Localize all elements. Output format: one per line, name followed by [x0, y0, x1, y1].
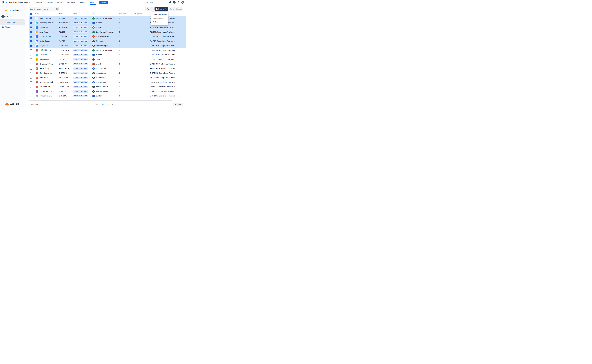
- help-icon[interactable]: ?: [173, 1, 176, 4]
- issue-count: 0: [119, 72, 120, 74]
- table-row[interactable]: ☕ Fiheluohvuc Ltd. BPTVEPW COMPANY MANAG…: [29, 94, 186, 98]
- last-updated: -: [133, 54, 133, 56]
- style-badge: COMPANY MANAGED: [73, 26, 88, 29]
- project-name: Juupobejani Inc.: [39, 17, 52, 19]
- row-checkbox[interactable]: ✓: [30, 26, 32, 28]
- view-button[interactable]: View: [145, 7, 154, 11]
- sort-icon[interactable]: ▲▼: [143, 13, 143, 14]
- settings-icon[interactable]: ⚙: [177, 1, 180, 3]
- nav-item-apps[interactable]: Apps: [89, 0, 97, 5]
- lead-avatar: A: [92, 85, 95, 88]
- project-avatar-icon: ●: [35, 90, 38, 93]
- horizontal-scrollbar[interactable]: [29, 100, 172, 101]
- table-row[interactable]: ✓ ⚑ Agfo Group ASULSF COMPANY MANAGED BW…: [29, 30, 186, 34]
- row-checkbox[interactable]: [30, 95, 32, 97]
- column-header-issue-count[interactable]: Issue Count▲▼: [119, 13, 129, 15]
- table-row[interactable]: ≣ Jebiz & Co. BKZZJHPPK COMPANY MANAGED …: [29, 76, 186, 80]
- row-checkbox[interactable]: [30, 86, 32, 88]
- column-header-name[interactable]: Name▲▼: [35, 13, 40, 15]
- arrow-left-icon: ←: [1, 15, 5, 18]
- project-description: BDPIORCRL: Simple Issue Trackin…: [150, 45, 175, 47]
- row-checkbox[interactable]: ✓: [30, 36, 32, 38]
- row-checkbox[interactable]: ✓: [30, 31, 32, 33]
- menu-item-archive[interactable]: Archive: [151, 20, 168, 24]
- table-row[interactable]: ✓ ☁ Tuthooj Ltd. ASOEGYA COMPANY MANAGED…: [29, 25, 186, 30]
- table-row[interactable]: ▣ Nelgutagaful Corp. BKNPDDT COMPANY MAN…: [29, 62, 186, 66]
- notifications-icon[interactable]: [169, 1, 171, 3]
- lead-avatar: BW: [92, 17, 95, 20]
- bulk-action-button[interactable]: Bulk action: [155, 7, 168, 11]
- fox-icon: [5, 102, 9, 106]
- sidebar-item-active-projects[interactable]: Active Projects: [0, 20, 25, 25]
- global-search-input[interactable]: [146, 1, 167, 4]
- prev-page-icon[interactable]: ←: [96, 103, 98, 105]
- column-header-label: Lead: [92, 13, 95, 15]
- project-search-input[interactable]: [29, 7, 59, 11]
- row-checkbox[interactable]: [30, 49, 32, 51]
- create-button[interactable]: Create: [99, 0, 108, 4]
- table-row[interactable]: ▤ Etamubazjod Ltd. BKSTRXQ COMPANY MANAG…: [29, 71, 186, 76]
- menu-item-permanently-delete[interactable]: Permanently delete: [151, 13, 168, 16]
- row-checkbox[interactable]: [30, 81, 32, 83]
- column-header-style[interactable]: Style: [73, 13, 77, 15]
- table-row[interactable]: ● Zafuczi Inc. BHWSUMRN COMPANY MANAGED …: [29, 53, 186, 57]
- column-header-label: Style: [73, 13, 77, 15]
- nav-item-people[interactable]: People: [79, 0, 89, 5]
- table-row[interactable]: ◉ Uletefojakukig Ltd. BMBNFBSVKZ COMPANY…: [29, 80, 186, 85]
- project-name: Marketing Team v2: [39, 22, 53, 24]
- sort-icon[interactable]: ▲▼: [39, 13, 40, 14]
- row-checkbox[interactable]: [30, 63, 32, 65]
- user-avatar[interactable]: JR: [181, 1, 184, 4]
- row-checkbox[interactable]: [30, 54, 32, 56]
- style-badge: COMPANY MANAGED: [73, 86, 88, 88]
- table-row[interactable]: ✚ Hovzu Group BKPGVHNLB COMPANY MANAGED …: [29, 66, 186, 71]
- row-checkbox[interactable]: ✓: [30, 22, 32, 24]
- chevron-down-icon: [95, 1, 96, 3]
- lead-name: Tom Buhl-Nielsen: [96, 36, 109, 37]
- sort-icon[interactable]: ▲▼: [62, 13, 63, 14]
- nav-item-dashboards[interactable]: Dashboards: [65, 0, 79, 5]
- jira-logo[interactable]: Jira Work Management: [6, 1, 30, 4]
- style-badge: COMPANY MANAGED: [73, 77, 88, 79]
- table-row[interactable]: ✚ Josjanro Corp. BNVSKAYOIL COMPANY MANA…: [29, 85, 186, 89]
- table-row[interactable]: ■ Jinaceara Inc. BIRKIVX COMPANY MANAGED…: [29, 57, 186, 62]
- row-checkbox[interactable]: [30, 72, 32, 74]
- lead-name: omar.darboe: [96, 77, 105, 78]
- row-checkbox[interactable]: [30, 58, 32, 60]
- table-row[interactable]: ✓ ☁ Kihujlufuw Corp. AUTMOVYGS COMPANY M…: [29, 34, 186, 39]
- style-badge: COMPANY MANAGED: [73, 81, 88, 83]
- row-checkbox[interactable]: ✓: [30, 17, 32, 19]
- style-badge: COMPANY MANAGED: [73, 58, 88, 60]
- row-checkbox[interactable]: [30, 91, 32, 92]
- table-row[interactable]: ● Vensazofojku Ltd. BOMKUB COMPANY MANAG…: [29, 89, 186, 94]
- row-checkbox[interactable]: [30, 68, 32, 70]
- export-button[interactable]: Export: [173, 103, 182, 106]
- last-updated: -: [133, 40, 133, 42]
- nav-item-your-work[interactable]: Your work: [33, 0, 45, 5]
- table-row[interactable]: ✓ ☁ Susiok Group AYLFJR COMPANY MANAGED …: [29, 39, 186, 44]
- table-row[interactable]: ✓ ◉ Apoju & Co. BDPIORCRL COMPANY MANAGE…: [29, 44, 186, 48]
- nav-item-label: Dashboards: [66, 1, 76, 3]
- row-checkbox[interactable]: ✓: [30, 40, 32, 42]
- lead-name: eva.lien: [96, 58, 102, 60]
- table-row[interactable]: ◉ Tujifunekbel Ltd. BGJORMYROI COMPANY M…: [29, 48, 186, 53]
- go-back-button[interactable]: ← Go back: [0, 15, 25, 18]
- menu-item-move-to-trash-highlighted[interactable]: Move to trash: [151, 16, 168, 20]
- nav-item-projects[interactable]: Projects: [45, 0, 56, 5]
- project-avatar-icon: ✚: [35, 85, 38, 88]
- sort-icon[interactable]: ▲▼: [128, 13, 129, 14]
- row-checkbox[interactable]: ✓: [30, 45, 32, 47]
- column-header-lead[interactable]: Lead: [92, 13, 95, 15]
- row-checkbox[interactable]: [30, 77, 32, 79]
- clear-search-icon[interactable]: ✕: [56, 8, 58, 10]
- column-header-last-updated[interactable]: Last Updated▲▼: [133, 13, 143, 15]
- chevron-down-icon: [43, 1, 44, 3]
- last-updated: -: [133, 72, 133, 74]
- project-avatar-icon: ☁: [35, 40, 38, 43]
- app-switcher-icon[interactable]: [2, 1, 4, 3]
- sidebar-item-trash[interactable]: Trash: [0, 25, 25, 29]
- lead-avatar: E: [92, 53, 95, 56]
- nav-item-filters[interactable]: Filters: [56, 0, 65, 5]
- next-page-icon[interactable]: →: [111, 103, 113, 105]
- column-header-key[interactable]: Key▲▼: [59, 13, 63, 15]
